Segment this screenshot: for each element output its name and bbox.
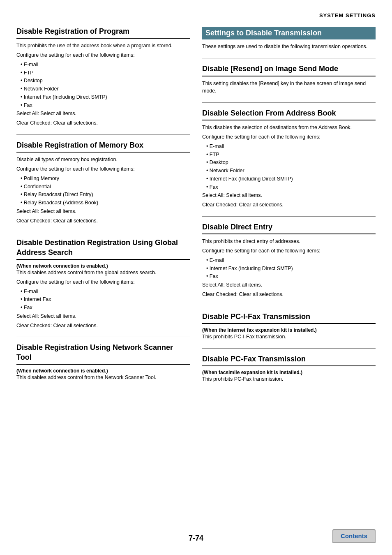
paragraph: Configure the setting for each of the fo… <box>16 51 190 59</box>
list: E-mailFTPDesktopNetwork FolderInternet F… <box>202 143 376 191</box>
section-divider <box>202 102 376 103</box>
disable-pc-fax-title: Disable PC-Fax Transmission <box>202 354 376 366</box>
paragraph: These settings are used to disable the f… <box>202 43 376 51</box>
left-column: Disable Registration of ProgramThis proh… <box>16 27 190 391</box>
paragraph: This prohibits the direct entry of addre… <box>202 238 376 245</box>
settings-disable-transmission-body: These settings are used to disable the f… <box>202 43 376 51</box>
paragraph: This prohibits PC-I-Fax transmission. <box>202 333 376 341</box>
list-item: E-mail <box>16 61 190 69</box>
settings-disable-transmission: Settings to Disable TransmissionThese se… <box>202 27 376 51</box>
header-title: SYSTEM SETTINGS <box>319 12 376 18</box>
list-item: Fax <box>16 102 190 109</box>
page: SYSTEM SETTINGS Disable Registration of … <box>0 0 392 555</box>
list-item: FTP <box>202 151 376 159</box>
disable-registration-network-scanner: Disable Registration Using Network Scann… <box>16 343 190 382</box>
list-item: Desktop <box>16 77 190 85</box>
disable-registration-program: Disable Registration of ProgramThis proh… <box>16 27 190 127</box>
disable-registration-memory-box-body: Disable all types of memory box registra… <box>16 156 190 224</box>
disable-pc-i-fax-title: Disable PC-I-Fax Transmission <box>202 312 376 324</box>
disable-resend-image-send-title: Disable [Resend] on Image Send Mode <box>202 64 376 76</box>
disable-selection-address-book-title: Disable Selection From Address Book <box>202 109 376 120</box>
disable-pc-i-fax: Disable PC-I-Fax Transmission(When the I… <box>202 312 376 341</box>
paragraph: Clear Checked: Clear all selections. <box>202 201 376 209</box>
list-item: E-mail <box>16 288 190 296</box>
paragraph: This disables address control from the N… <box>16 374 190 382</box>
list: Polling MemoryConfidentialRelay Broadcas… <box>16 175 190 207</box>
list: E-mailFTPDesktopNetwork FolderInternet F… <box>16 61 190 109</box>
disable-pc-fax-subtitle: (When facsimile expansion kit is install… <box>202 370 376 375</box>
disable-resend-image-send-body: This setting disables the [Resend] key i… <box>202 80 376 95</box>
paragraph: Configure the setting for each of the fo… <box>16 278 190 286</box>
paragraph: This disables the selection of destinati… <box>202 124 376 132</box>
paragraph: This disables address control from the g… <box>16 269 190 277</box>
paragraph: Select All: Select all items. <box>202 281 376 289</box>
paragraph: This prohibits PC-Fax transmission. <box>202 375 376 383</box>
disable-registration-memory-box-title: Disable Registration of Memory Box <box>16 141 190 153</box>
list-item: Internet Fax (Including Direct SMTP) <box>202 265 376 273</box>
disable-pc-i-fax-body: This prohibits PC-I-Fax transmission. <box>202 333 376 341</box>
paragraph: Clear Checked: Clear all selections. <box>202 291 376 298</box>
paragraph: Configure the setting for each of the fo… <box>16 165 190 173</box>
disable-direct-entry-body: This prohibits the direct entry of addre… <box>202 238 376 298</box>
list-item: Confidential <box>16 183 190 191</box>
list-item: Fax <box>202 183 376 191</box>
disable-registration-program-body: This prohibits the use of the address bo… <box>16 42 190 127</box>
list-item: Internet Fax (Including Direct SMTP) <box>16 93 190 101</box>
paragraph: Select All: Select all items. <box>202 192 376 199</box>
disable-direct-entry-title: Disable Direct Entry <box>202 222 376 234</box>
disable-destination-registration-title: Disable Destination Registration Using G… <box>16 238 190 260</box>
list-item: Relay Broadcast (Address Book) <box>16 199 190 207</box>
page-footer: 7-74 Contents <box>0 534 392 543</box>
paragraph: This setting disables the [Resend] key i… <box>202 80 376 95</box>
paragraph: Configure the setting for each of the fo… <box>202 247 376 255</box>
paragraph: Clear Checked: Clear all selections. <box>16 217 190 225</box>
disable-direct-entry: Disable Direct EntryThis prohibits the d… <box>202 222 376 298</box>
list-item: Fax <box>202 273 376 280</box>
section-divider <box>16 134 190 135</box>
paragraph: Configure the setting for each of the fo… <box>202 133 376 141</box>
paragraph: Select All: Select all items. <box>16 208 190 215</box>
disable-registration-network-scanner-title: Disable Registration Using Network Scann… <box>16 343 190 365</box>
right-column: Settings to Disable TransmissionThese se… <box>202 27 376 391</box>
main-content: Disable Registration of ProgramThis proh… <box>16 27 376 391</box>
paragraph: Disable all types of memory box registra… <box>16 156 190 164</box>
page-header: SYSTEM SETTINGS <box>16 12 376 18</box>
paragraph: Select All: Select all items. <box>16 312 190 320</box>
paragraph: Clear Checked: Clear all selections. <box>16 119 190 127</box>
section-divider <box>16 232 190 232</box>
section-divider <box>16 337 190 337</box>
disable-selection-address-book-body: This disables the selection of destinati… <box>202 124 376 209</box>
list-item: Polling Memory <box>16 175 190 183</box>
section-divider <box>202 348 376 349</box>
list-item: Internet Fax (Including Direct SMTP) <box>202 175 376 183</box>
disable-registration-network-scanner-subtitle: (When network connection is enabled.) <box>16 368 190 374</box>
list-item: E-mail <box>202 143 376 150</box>
disable-pc-fax-body: This prohibits PC-Fax transmission. <box>202 375 376 383</box>
section-divider <box>202 216 376 217</box>
list-item: FTP <box>16 69 190 77</box>
list-item: Network Folder <box>202 167 376 175</box>
list: E-mailInternet Fax (Including Direct SMT… <box>202 257 376 280</box>
disable-pc-fax: Disable PC-Fax Transmission(When facsimi… <box>202 354 376 383</box>
paragraph: This prohibits the use of the address bo… <box>16 42 190 50</box>
section-divider <box>202 58 376 58</box>
disable-pc-i-fax-subtitle: (When the Internet fax expansion kit is … <box>202 327 376 333</box>
list-item: Desktop <box>202 159 376 166</box>
disable-registration-network-scanner-body: This disables address control from the N… <box>16 374 190 382</box>
list-item: Internet Fax <box>16 296 190 303</box>
disable-destination-registration-body: This disables address control from the g… <box>16 269 190 329</box>
disable-selection-address-book: Disable Selection From Address BookThis … <box>202 109 376 209</box>
list: E-mailInternet FaxFax <box>16 288 190 312</box>
disable-destination-registration: Disable Destination Registration Using G… <box>16 238 190 329</box>
list-item: Relay Broadcast (Direct Entry) <box>16 191 190 199</box>
contents-button[interactable]: Contents <box>332 529 376 543</box>
settings-disable-transmission-title: Settings to Disable Transmission <box>202 27 376 39</box>
disable-destination-registration-subtitle: (When network connection is enabled.) <box>16 263 190 269</box>
list-item: Network Folder <box>16 85 190 93</box>
paragraph: Clear Checked: Clear all selections. <box>16 322 190 330</box>
disable-resend-image-send: Disable [Resend] on Image Send ModeThis … <box>202 64 376 95</box>
list-item: Fax <box>16 304 190 312</box>
list-item: E-mail <box>202 257 376 264</box>
section-divider <box>202 306 376 306</box>
disable-registration-memory-box: Disable Registration of Memory BoxDisabl… <box>16 141 190 224</box>
